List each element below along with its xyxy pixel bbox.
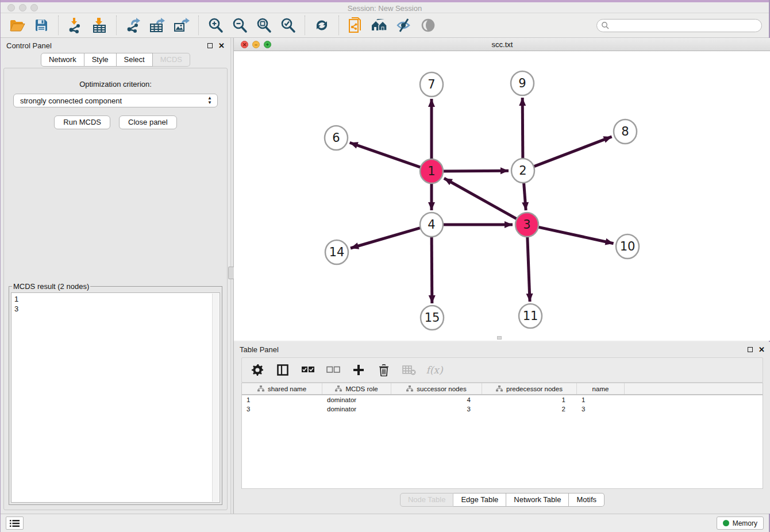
float-panel-icon[interactable] [207,43,213,48]
tab-style[interactable]: Style [84,53,117,67]
zoom-fit-icon[interactable] [255,16,273,34]
graph-node-4[interactable]: 4 [420,213,443,237]
table-row[interactable]: 3dominator323 [242,404,763,414]
tab-select[interactable]: Select [117,53,153,67]
hide-selected-icon[interactable] [395,16,413,34]
unselect-all-columns-icon[interactable] [326,363,341,377]
table-cell[interactable]: dominator [322,404,391,414]
export-image-icon[interactable] [172,16,191,34]
graph-edge-2-3[interactable] [523,180,526,210]
show-column-panel-icon[interactable] [275,363,290,377]
tab-edge-table[interactable]: Edge Table [453,493,506,507]
table-cell[interactable]: 1 [577,395,625,404]
graph-node-14[interactable]: 14 [325,240,348,264]
show-all-icon[interactable] [419,16,437,34]
table-cell[interactable]: dominator [322,395,391,404]
run-mcds-button[interactable]: Run MCDS [54,115,110,129]
graph-node-label: 3 [523,218,530,232]
export-table-icon[interactable] [148,16,167,34]
column-header-MCDS-role[interactable]: MCDS role [322,383,391,394]
column-header-label: name [592,385,609,392]
criterion-select[interactable]: strongly connected component ▲▼ [13,94,218,107]
tab-motifs[interactable]: Motifs [569,493,605,507]
task-history-button[interactable] [6,516,24,530]
toolbar-separator [198,16,199,35]
graph-node-1[interactable]: 1 [420,159,443,183]
memory-button[interactable]: Memory [717,516,764,530]
table-cell[interactable]: 3 [391,404,482,414]
graph-edge-3-10[interactable] [536,226,614,243]
graph-edge-2-8[interactable] [532,137,612,167]
table-cell[interactable]: 4 [391,395,482,404]
table-cell[interactable]: 2 [482,404,577,414]
new-network-from-file-icon[interactable] [346,16,365,34]
graph-node-6[interactable]: 6 [325,126,348,150]
tab-mcds[interactable]: MCDS [153,53,190,67]
close-panel-button[interactable]: Close panel [119,115,177,129]
graph-node-9[interactable]: 9 [511,71,534,95]
optimization-criterion-label: Optimization criterion: [4,80,227,88]
graph-node-8[interactable]: 8 [614,119,637,144]
search-input[interactable] [596,19,762,32]
window-title: Session: New Session [1,4,769,13]
tab-node-table[interactable]: Node Table [400,493,454,507]
create-column-icon[interactable] [351,363,366,377]
graph-edge-4-14[interactable] [351,227,423,248]
close-table-panel-icon[interactable]: ✕ [759,346,765,353]
network-resize-grip[interactable] [497,336,502,340]
column-type-icon [257,385,264,392]
network-canvas[interactable]: 7968124314101511 [234,51,770,341]
column-header-shared-name[interactable]: shared name [242,383,322,394]
tab-network-table[interactable]: Network Table [506,493,569,507]
close-panel-icon[interactable]: ✕ [218,42,225,49]
import-table-icon[interactable] [90,16,109,34]
graph-node-label: 8 [621,125,629,138]
save-session-icon[interactable] [32,16,51,34]
graph-node-7[interactable]: 7 [420,72,443,97]
zoom-out-icon[interactable] [230,16,249,34]
network-window-titlebar[interactable]: ✕ − + scc.txt [234,38,770,51]
result-scrollbar[interactable] [212,294,219,502]
mcds-result-lines: 13 [14,294,210,314]
graph-edge-4-15[interactable] [432,234,432,303]
graph-edge-1-2[interactable] [441,171,509,171]
open-file-icon[interactable] [8,16,26,34]
apply-layout-icon[interactable] [313,16,331,34]
function-builder-icon: f(x) [427,363,442,377]
export-network-icon[interactable] [124,16,143,34]
zoom-selected-icon[interactable] [279,16,297,34]
table-cell[interactable]: 3 [577,404,625,414]
control-panel-title: Control Panel [6,41,52,50]
delete-column-icon[interactable] [376,363,391,377]
column-header-successor-nodes[interactable]: successor nodes [391,383,482,394]
table-cell[interactable]: 1 [242,395,322,404]
select-all-columns-icon[interactable] [301,363,315,377]
graph-edge-3-1[interactable] [444,178,519,220]
table-settings-gear-icon[interactable] [250,363,265,377]
graph-node-2[interactable]: 2 [511,159,534,183]
graph-edge-1-6[interactable] [350,142,423,168]
network-graph[interactable]: 7968124314101511 [234,51,770,341]
graph-node-label: 9 [518,76,526,90]
table-row[interactable]: 1dominator411 [242,395,763,404]
float-table-panel-icon[interactable] [748,347,753,352]
table-cell[interactable]: 1 [482,395,577,404]
app-window: Session: New Session [0,0,770,532]
import-network-icon[interactable] [66,16,84,34]
mcds-result-text[interactable]: 13 [11,292,220,503]
column-header-name[interactable]: name [577,383,625,394]
graph-node-11[interactable]: 11 [519,304,542,328]
graph-node-15[interactable]: 15 [421,306,444,330]
graph-node-10[interactable]: 10 [616,234,639,259]
criterion-value: strongly connected component [20,97,122,105]
delete-table-icon [402,363,417,377]
table-cell[interactable]: 3 [242,404,322,414]
toolbar-separator [305,16,305,35]
column-header-predecessor-nodes[interactable]: predecessor nodes [482,383,577,394]
graph-node-3[interactable]: 3 [515,213,538,237]
first-neighbors-icon[interactable] [371,16,389,34]
graph-edge-2-9[interactable] [522,98,523,161]
zoom-in-icon[interactable] [206,16,225,34]
graph-edge-3-11[interactable] [528,234,530,302]
tab-network[interactable]: Network [41,53,84,67]
